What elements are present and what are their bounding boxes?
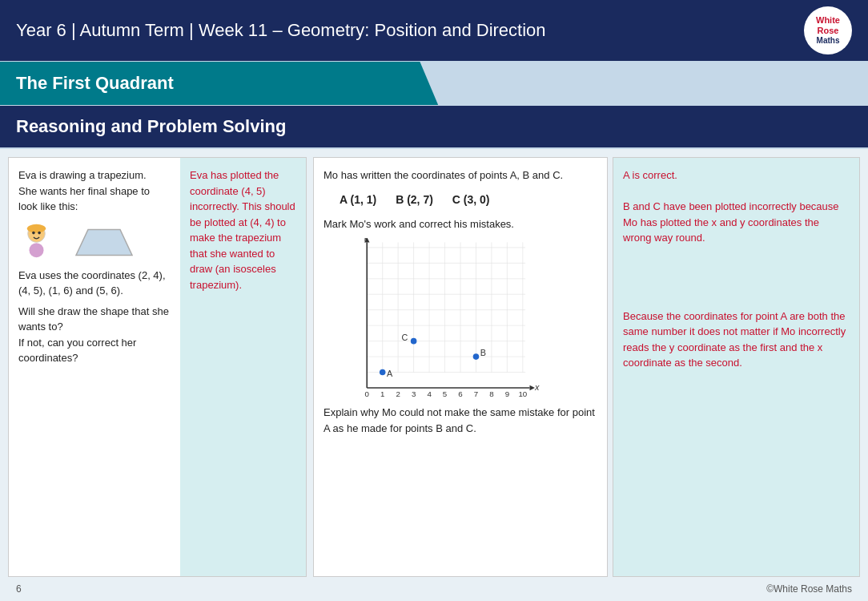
- coords-row: A (1, 1) B (2, 7) C (3, 0): [340, 192, 597, 208]
- svg-text:x: x: [534, 382, 540, 392]
- svg-text:7: 7: [474, 389, 478, 398]
- svg-point-2: [32, 232, 35, 235]
- svg-point-55: [473, 353, 480, 360]
- section-bar: The First Quadrant: [0, 62, 456, 105]
- middle-instruction: Mark Mo's work and correct his mistakes.: [323, 216, 597, 232]
- left-q4: Will she draw the shape that she wants t…: [18, 304, 171, 335]
- trapezium-illustration: [18, 221, 171, 261]
- middle-intro: Mo has written the coordinates of points…: [323, 167, 597, 184]
- left-q5: If not, can you correct her coordinates?: [18, 335, 171, 366]
- left-answer-panel: Eva has plotted the coordinate (4, 5) in…: [180, 157, 307, 577]
- svg-text:10: 10: [518, 389, 527, 398]
- subtitle-title: Reasoning and Problem Solving: [16, 116, 286, 137]
- middle-question: Explain why Mo could not make the same m…: [323, 405, 597, 436]
- svg-text:8: 8: [489, 389, 493, 398]
- footer-page: 6: [16, 583, 22, 595]
- left-answer-text: Eva has plotted the coordinate (4, 5) in…: [190, 167, 296, 292]
- logo-rose: Rose: [818, 26, 839, 36]
- graph-container: 0 1 2 3 4 5 6 7 8 9 10 x 0 1 2 3 4 5: [364, 238, 557, 398]
- footer: 6 ©White Rose Maths: [0, 577, 868, 601]
- svg-marker-5: [76, 229, 132, 255]
- svg-text:4: 4: [427, 389, 432, 398]
- left-question-panel: Eva is drawing a trapezium. She wants he…: [8, 157, 180, 577]
- section-title: The First Quadrant: [16, 73, 174, 94]
- right-answer2: B and C have been plotted incorrectly be…: [623, 199, 850, 246]
- middle-panel: Mo has written the coordinates of points…: [313, 157, 608, 577]
- svg-text:6: 6: [458, 389, 462, 398]
- main-content: Eva is drawing a trapezium. She wants he…: [0, 149, 868, 577]
- top-bars: The First Quadrant Reasoning and Problem…: [0, 61, 868, 149]
- svg-text:C: C: [401, 333, 408, 342]
- right-answer3: Because the coordinates for point A are …: [623, 309, 850, 371]
- trapezium-shape: [64, 221, 144, 261]
- footer-copyright: ©White Rose Maths: [766, 583, 852, 595]
- svg-text:0: 0: [365, 389, 370, 398]
- logo-white: White: [816, 15, 840, 26]
- header-title: Year 6 | Autumn Term | Week 11 – Geometr…: [16, 20, 546, 41]
- svg-text:5: 5: [443, 389, 447, 398]
- character-icon: [18, 223, 54, 259]
- left-q3: Eva uses the coordinates (2, 4), (4, 5),…: [18, 268, 171, 299]
- coord-b: B (2, 7): [396, 192, 433, 208]
- left-q1: Eva is drawing a trapezium.: [18, 167, 171, 184]
- graph-svg: 0 1 2 3 4 5 6 7 8 9 10 x 0 1 2 3 4 5: [364, 238, 557, 398]
- svg-point-53: [380, 369, 386, 376]
- coord-a: A (1, 1): [340, 192, 376, 208]
- logo: White Rose Maths: [804, 6, 852, 54]
- right-answer1: A is correct.: [623, 167, 850, 184]
- svg-point-1: [27, 224, 46, 233]
- coord-c: C (3, 0): [452, 192, 490, 208]
- left-section: Eva is drawing a trapezium. She wants he…: [8, 157, 308, 577]
- svg-text:B: B: [480, 348, 486, 357]
- svg-point-4: [30, 243, 44, 257]
- svg-text:1: 1: [380, 389, 384, 398]
- svg-text:2: 2: [396, 389, 400, 398]
- subtitle-bar: Reasoning and Problem Solving: [0, 106, 868, 147]
- svg-point-57: [411, 338, 417, 345]
- svg-point-3: [38, 232, 41, 235]
- svg-text:9: 9: [505, 389, 509, 398]
- svg-text:3: 3: [412, 389, 416, 398]
- right-panel: A is correct. B and C have been plotted …: [613, 157, 860, 577]
- svg-text:A: A: [387, 369, 393, 378]
- header: Year 6 | Autumn Term | Week 11 – Geometr…: [0, 0, 868, 61]
- logo-maths: Maths: [817, 36, 840, 46]
- left-q2: She wants her final shape to look like t…: [18, 184, 171, 215]
